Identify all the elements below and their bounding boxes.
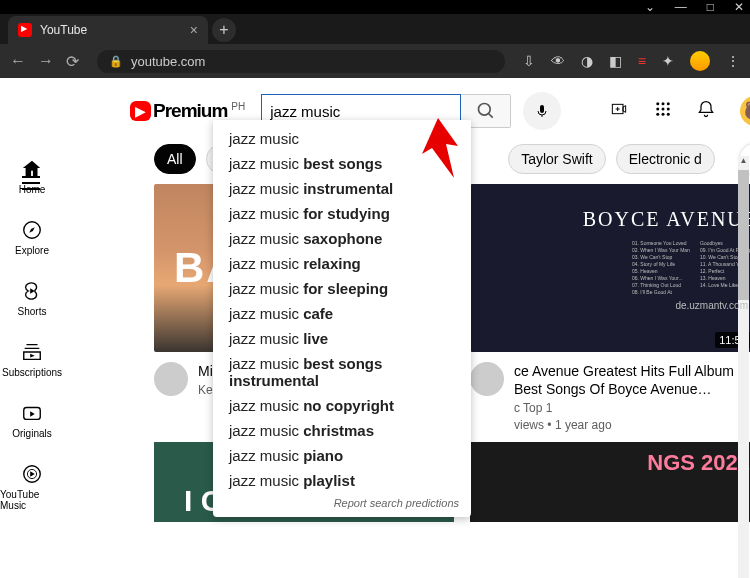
sidebar-item-label: Subscriptions xyxy=(2,367,62,378)
search-suggestions-dropdown: jazz musicjazz music best songsjazz musi… xyxy=(213,120,471,517)
search-suggestion[interactable]: jazz music piano xyxy=(213,443,471,468)
forward-button[interactable]: → xyxy=(38,52,54,70)
search-suggestion[interactable]: jazz music for studying xyxy=(213,201,471,226)
youtube-logo[interactable]: ▶ Premium PH xyxy=(130,100,245,122)
address-bar[interactable]: 🔒 youtube.com xyxy=(97,50,505,73)
youtube-play-icon: ▶ xyxy=(130,101,151,121)
svg-point-13 xyxy=(656,112,659,115)
mini-guide: Home Explore Shorts Subscriptions Origin… xyxy=(0,78,64,578)
search-icon xyxy=(476,101,496,121)
chip-taylor-swift[interactable]: Taylor Swift xyxy=(508,144,606,174)
svg-point-8 xyxy=(662,102,665,105)
guide-menu-button[interactable] xyxy=(22,176,40,190)
premium-text: Premium xyxy=(153,100,227,122)
new-tab-button[interactable]: + xyxy=(212,18,236,42)
extensions-icon[interactable]: ✦ xyxy=(662,53,674,69)
originals-icon xyxy=(21,402,43,424)
channel-avatar-icon[interactable] xyxy=(154,362,188,396)
sidebar-item-label: Shorts xyxy=(18,306,47,317)
profile-avatar-icon[interactable] xyxy=(690,51,710,71)
sidebar-item-label: YouTube Music xyxy=(0,489,64,511)
extension-area: ⇩ 👁 ◑ ◧ ≡ ✦ ⋮ xyxy=(523,51,740,71)
svg-point-15 xyxy=(667,112,670,115)
scroll-up-icon[interactable]: ▲ xyxy=(738,156,749,168)
sidebar-item-subscriptions[interactable]: Subscriptions xyxy=(0,341,64,378)
sidebar-item-shorts[interactable]: Shorts xyxy=(0,280,64,317)
window-dropdown-icon[interactable]: ⌄ xyxy=(645,0,655,14)
region-code: PH xyxy=(231,101,245,112)
tab-youtube[interactable]: YouTube × xyxy=(8,16,208,44)
sidebar-item-label: Explore xyxy=(15,245,49,256)
svg-point-12 xyxy=(667,107,670,110)
search-suggestion[interactable]: jazz music playlist xyxy=(213,468,471,493)
window-min-icon[interactable]: — xyxy=(675,0,687,14)
reload-button[interactable]: ⟳ xyxy=(66,52,79,71)
sidebar-item-explore[interactable]: Explore xyxy=(0,219,64,256)
svg-point-4 xyxy=(478,104,490,116)
back-button[interactable]: ← xyxy=(10,52,26,70)
search-suggestion[interactable]: jazz music best songs instrumental xyxy=(213,351,471,393)
search-suggestion[interactable]: jazz music christmas xyxy=(213,418,471,443)
svg-point-14 xyxy=(662,112,665,115)
watermark-text: de.uzmantv.com xyxy=(675,300,748,311)
shorts-icon xyxy=(21,280,43,302)
tab-strip: YouTube × + xyxy=(0,14,750,44)
ext1-icon[interactable]: ◑ xyxy=(581,53,593,69)
youtube-music-icon xyxy=(21,463,43,485)
browser-menu-icon[interactable]: ⋮ xyxy=(726,53,740,69)
tab-title: YouTube xyxy=(40,23,87,37)
create-icon[interactable] xyxy=(608,101,630,122)
subscriptions-icon xyxy=(21,341,43,363)
sidebar-item-label: Originals xyxy=(12,428,51,439)
search-suggestion[interactable]: jazz music instrumental xyxy=(213,176,471,201)
video-channel: c Top 1 xyxy=(514,401,750,415)
url-text: youtube.com xyxy=(131,54,205,69)
voice-search-button[interactable] xyxy=(523,92,561,130)
chip-electronic[interactable]: Electronic d xyxy=(616,144,715,174)
search-suggestion[interactable]: jazz music live xyxy=(213,326,471,351)
video-thumbnail[interactable] xyxy=(470,442,750,522)
search-suggestion[interactable]: jazz music best songs xyxy=(213,151,471,176)
window-max-icon[interactable]: □ xyxy=(707,0,714,14)
search-suggestion[interactable]: jazz music no copyright xyxy=(213,393,471,418)
search-input[interactable] xyxy=(270,103,460,120)
search-suggestion[interactable]: jazz music relaxing xyxy=(213,251,471,276)
sidebar-item-originals[interactable]: Originals xyxy=(0,402,64,439)
channel-avatar-icon[interactable] xyxy=(470,362,504,396)
search-suggestion[interactable]: jazz music xyxy=(213,126,471,151)
masthead-buttons: 🐻 xyxy=(608,96,750,126)
lock-icon: 🔒 xyxy=(109,55,123,68)
svg-point-7 xyxy=(656,102,659,105)
youtube-favicon-icon xyxy=(18,23,32,37)
svg-point-11 xyxy=(662,107,665,110)
search-suggestion[interactable]: jazz music for sleeping xyxy=(213,276,471,301)
vertical-scrollbar[interactable]: ▲ ▼ xyxy=(738,156,749,578)
tab-close-icon[interactable]: × xyxy=(190,22,198,38)
video-meta: views • 1 year ago xyxy=(514,418,750,432)
svg-point-9 xyxy=(667,102,670,105)
apps-icon[interactable] xyxy=(654,100,672,123)
video-title: ce Avenue Greatest Hits Full Album 0 - B… xyxy=(514,362,750,398)
notifications-icon[interactable] xyxy=(696,98,716,125)
ext3-icon[interactable]: ≡ xyxy=(638,53,646,69)
search-suggestion[interactable]: jazz music cafe xyxy=(213,301,471,326)
thumbnail-text: BOYCE AVENUE xyxy=(583,208,750,231)
compass-icon xyxy=(21,219,43,241)
svg-point-10 xyxy=(656,107,659,110)
chip-all[interactable]: All xyxy=(154,144,196,174)
svg-rect-5 xyxy=(540,105,544,113)
window-close-icon[interactable]: ✕ xyxy=(734,0,744,14)
microphone-icon xyxy=(534,101,550,121)
search-suggestion[interactable]: jazz music saxophone xyxy=(213,226,471,251)
sidebar-item-youtube-music[interactable]: YouTube Music xyxy=(0,463,64,511)
ext2-icon[interactable]: ◧ xyxy=(609,53,622,69)
browser-toolbar: ← → ⟳ 🔒 youtube.com ⇩ 👁 ◑ ◧ ≡ ✦ ⋮ xyxy=(0,44,750,78)
report-predictions-link[interactable]: Report search predictions xyxy=(213,493,471,511)
eye-off-icon[interactable]: 👁 xyxy=(551,53,565,69)
video-thumbnail[interactable]: BOYCE AVENUE 01. Someone You Loved02. Wh… xyxy=(470,184,750,352)
thumbnail-tracklist: 01. Someone You Loved02. When I Was Your… xyxy=(632,240,750,296)
install-icon[interactable]: ⇩ xyxy=(523,53,535,69)
account-avatar[interactable]: 🐻 xyxy=(740,96,750,126)
window-titlebar: ⌄ — □ ✕ xyxy=(0,0,750,14)
